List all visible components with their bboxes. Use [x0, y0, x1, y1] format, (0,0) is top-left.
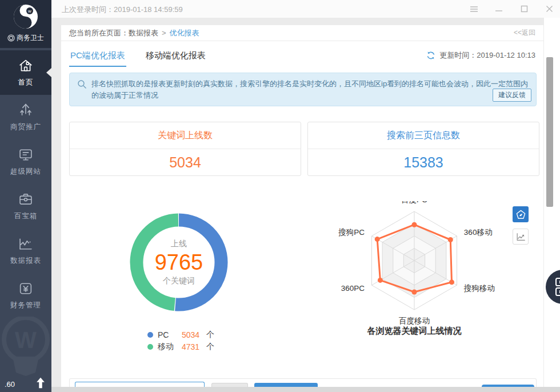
toolbox-icon — [18, 191, 34, 207]
sidebar: w 商务卫士 首页 — [0, 0, 51, 392]
sidebar-nav: 首页 商贸推广 超级网站 — [0, 50, 51, 318]
info-banner: 排名快照抓取的是报表更新时刻的真实数据，搜索引擎的排名是实时变化的，且不同地区i… — [69, 73, 537, 106]
magnifier-icon — [77, 79, 87, 89]
qr-code-icon — [554, 277, 560, 297]
update-time-text: 更新时间：2019-01-12 10:13 — [439, 50, 535, 61]
sidebar-item-promotion[interactable]: 商贸推广 — [0, 95, 51, 139]
radar-axis-label: 搜狗移动 — [463, 284, 495, 293]
legend-dot-mobile — [147, 344, 153, 350]
logo-block: w 商务卫士 — [0, 0, 51, 48]
version-text: .60 — [5, 380, 15, 389]
sidebar-item-label: 财务管理 — [10, 301, 41, 310]
stat-card-value: 5034 — [70, 149, 301, 175]
breadcrumb-prefix: 您当前所在页面： — [69, 28, 129, 38]
svg-text:w: w — [27, 9, 31, 14]
back-link[interactable]: <<返回 — [514, 28, 535, 38]
radar-axis-label: 搜狗PC — [338, 228, 365, 237]
app-logo-icon: w — [13, 4, 38, 29]
scroll-to-top-icon[interactable] — [34, 376, 47, 390]
stat-card-value: 15383 — [308, 149, 539, 175]
legend-item-pc[interactable]: PC 5034 个 — [147, 329, 214, 341]
refresh-icon[interactable] — [426, 51, 435, 60]
radar-axis-label: 360PC — [341, 284, 365, 293]
window-bottom-edge — [51, 387, 560, 392]
sidebar-item-label: 百宝箱 — [14, 211, 38, 221]
watermark-shield-icon: W — [1, 317, 50, 376]
breadcrumb-separator: > — [162, 29, 166, 37]
sidebar-item-toolbox[interactable]: 百宝箱 — [0, 184, 51, 229]
radar-view-button[interactable] — [513, 206, 529, 222]
update-time-wrap: 更新时间：2019-01-12 10:13 — [426, 50, 535, 61]
svg-text:W: W — [15, 327, 37, 353]
scrollbar-thumb[interactable] — [546, 57, 553, 207]
promote-icon — [18, 102, 34, 118]
radar-axis-label: 百度移动 — [399, 317, 430, 325]
radar-chart: 百度PC360移动搜狗移动百度移动360PC搜狗PC — [320, 201, 509, 326]
home-icon — [18, 58, 34, 74]
legend-unit: 个 — [206, 330, 214, 340]
last-login-text: 上次登录时间：2019-01-18 14:59:59 — [62, 5, 183, 15]
active-notch — [46, 68, 51, 77]
radar-axis-label: 360移动 — [464, 228, 493, 237]
legend-unit: 个 — [206, 342, 214, 352]
report-icon — [18, 236, 34, 252]
donut-chart: 上线 9765 个关键词 — [129, 212, 229, 313]
sidebar-item-finance[interactable]: 财务管理 — [0, 273, 51, 318]
sidebar-item-reports[interactable]: 数据报表 — [0, 229, 51, 273]
legend-value: 5034 — [182, 330, 199, 339]
stat-card-top3-pages: 搜索前三页信息数 15383 — [307, 122, 539, 176]
tab-mobile-report[interactable]: 移动端优化报表 — [145, 45, 207, 67]
breadcrumb-current[interactable]: 优化报表 — [170, 28, 199, 38]
legend-dot-pc — [147, 332, 153, 338]
sidebar-item-label: 数据报表 — [10, 256, 41, 266]
breadcrumb-section: 数据报表 — [129, 28, 158, 38]
line-view-button[interactable] — [513, 229, 529, 245]
donut-svg — [129, 212, 229, 313]
legend-value: 4731 — [182, 342, 199, 351]
finance-icon — [18, 281, 34, 297]
donut-legend: PC 5034 个 移动 4731 个 — [147, 329, 214, 353]
close-icon[interactable] — [544, 4, 554, 14]
stat-card-title: 搜索前三页信息数 — [308, 122, 539, 149]
banner-text: 排名快照抓取的是报表更新时刻的真实数据，搜索引擎的排名是实时变化的，且不同地区i… — [91, 78, 531, 101]
app-name: 商务卫士 — [17, 33, 44, 43]
menu-icon[interactable] — [469, 4, 479, 14]
sidebar-item-label: 商贸推广 — [10, 122, 41, 132]
website-icon — [18, 147, 34, 163]
maximize-icon[interactable] — [519, 4, 529, 14]
window-controls — [469, 0, 557, 18]
shield-badge-icon — [7, 34, 15, 42]
chart-toggle-group — [513, 206, 529, 245]
feedback-button[interactable]: 建议反馈 — [493, 89, 531, 102]
breadcrumb: 您当前所在页面： 数据报表 > 优化报表 <<返回 — [61, 25, 543, 41]
sidebar-item-label: 超级网站 — [10, 167, 41, 177]
legend-name: PC — [158, 330, 177, 339]
main-panel: 您当前所在页面： 数据报表 > 优化报表 <<返回 PC端优化报表 移动端优化报… — [61, 25, 543, 387]
legend-item-mobile[interactable]: 移动 4731 个 — [147, 341, 214, 353]
app-window: w 商务卫士 首页 — [0, 0, 560, 392]
pentagon-radar-icon — [515, 209, 526, 220]
stat-card-keywords-online: 关键词上线数 5034 — [69, 122, 301, 176]
titlebar: 上次登录时间：2019-01-18 14:59:59 — [51, 0, 560, 18]
sidebar-footer: .60 — [0, 374, 51, 392]
stat-card-title: 关键词上线数 — [70, 122, 301, 149]
sidebar-item-home[interactable]: 首页 — [0, 50, 51, 95]
radar-svg: 百度PC360移动搜狗移动百度移动360PC搜狗PC — [320, 201, 509, 326]
tab-pc-report[interactable]: PC端优化报表 — [69, 45, 126, 67]
minimize-icon[interactable] — [494, 4, 504, 14]
sidebar-item-website[interactable]: 超级网站 — [0, 139, 51, 184]
line-chart-icon — [515, 231, 526, 242]
radar-axis-label: 百度PC — [401, 201, 427, 204]
radar-caption: 各浏览器关键词上线情况 — [320, 326, 509, 337]
sidebar-item-label: 首页 — [18, 78, 34, 87]
legend-name: 移动 — [158, 342, 177, 352]
tab-row: PC端优化报表 移动端优化报表 更新时间：2019-01-12 10:13 — [61, 42, 543, 69]
